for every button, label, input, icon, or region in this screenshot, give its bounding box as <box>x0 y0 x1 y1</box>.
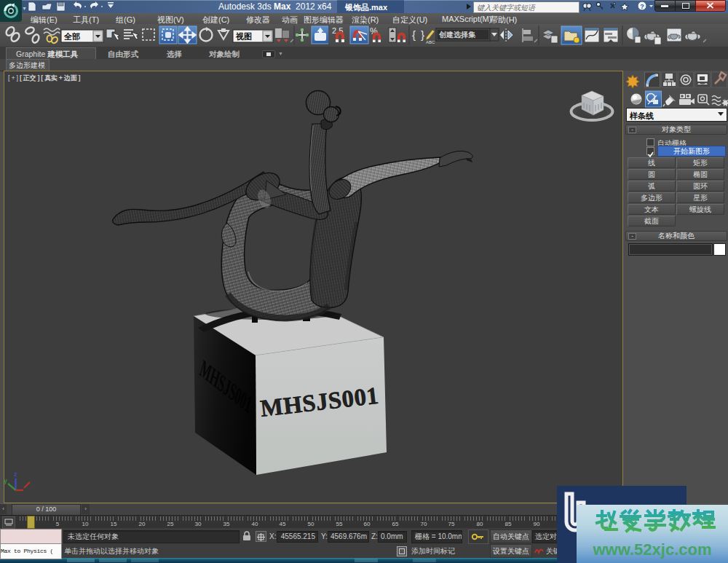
svg-text:全部: 全部 <box>63 32 80 41</box>
svg-text:z: z <box>14 471 17 478</box>
svg-text:}: } <box>421 28 424 41</box>
svg-text:{: { <box>412 28 416 41</box>
svg-text:ABC: ABC <box>426 40 435 44</box>
svg-text:创建选择集: 创建选择集 <box>438 31 476 39</box>
svg-text:视图: 视图 <box>235 32 252 41</box>
svg-text:www.52xjc.com: www.52xjc.com <box>592 540 711 559</box>
svg-text:y: y <box>4 477 7 484</box>
svg-text:?: ? <box>640 3 644 10</box>
